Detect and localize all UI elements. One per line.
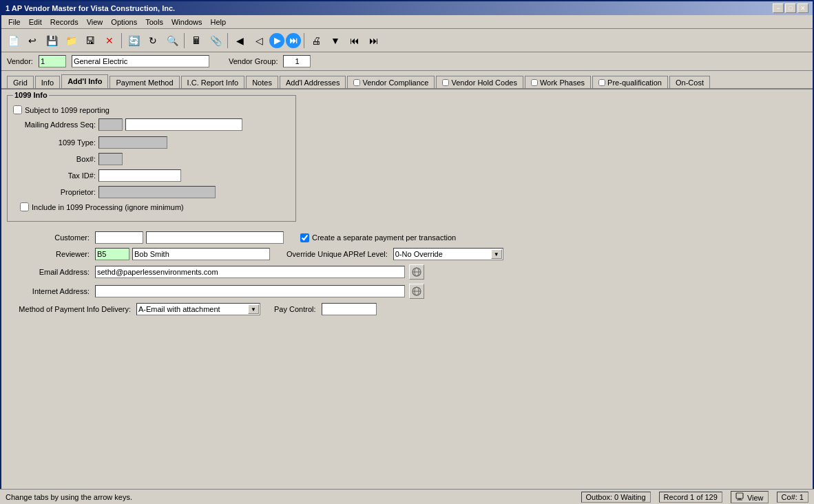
tab-ic-report[interactable]: I.C. Report Info [181, 76, 245, 89]
minimize-button[interactable]: − [773, 3, 784, 13]
customer-label: Customer: [7, 233, 90, 242]
tab-addl-info-label: Add'l Info [67, 77, 102, 85]
override-unique-select[interactable]: 0-No Override [393, 248, 503, 260]
toolbar-print[interactable]: 🖨 [307, 32, 325, 50]
payment-delivery-select[interactable]: A-Email with attachment [136, 303, 260, 315]
tax-id-label: Tax ID#: [13, 171, 96, 180]
status-view: View [731, 491, 769, 503]
menu-file[interactable]: File [4, 17, 25, 28]
toolbar-next[interactable]: ▶ [269, 33, 284, 48]
tab-prequalification[interactable]: Pre-qualification [592, 76, 668, 89]
customer-input2[interactable] [146, 231, 284, 244]
svg-rect-8 [737, 499, 742, 500]
toolbar-refresh[interactable]: 🔄 [125, 32, 143, 50]
tab-vendor-hold-codes-label: Vendor Hold Codes [451, 78, 516, 87]
toolbar-last[interactable]: ⏭ [286, 33, 301, 48]
tab-work-phases[interactable]: Work Phases [525, 76, 591, 89]
status-record: Record 1 of 129 [659, 492, 722, 503]
menu-options[interactable]: Options [107, 17, 141, 28]
title-bar: 1 AP Vendor Master for Vista Constructio… [1, 1, 813, 15]
email-browse-button[interactable] [409, 264, 424, 280]
override-unique-wrapper: 0-No Override ▼ [393, 248, 503, 260]
menu-view[interactable]: View [83, 17, 107, 28]
menu-windows[interactable]: Windows [167, 17, 207, 28]
tab-vendor-compliance[interactable]: Vendor Compliance [347, 76, 435, 89]
toolbar-new[interactable]: 📄 [4, 32, 22, 50]
customer-input1[interactable] [95, 231, 143, 244]
vendor-label: Vendor: [7, 57, 33, 65]
toolbar-print-dropdown[interactable]: ▼ [326, 32, 344, 50]
toolbar-refresh2[interactable]: ↻ [144, 32, 162, 50]
mailing-seq-input2[interactable] [125, 118, 242, 131]
tab-vendor-hold-codes[interactable]: Vendor Hold Codes [436, 76, 523, 89]
toolbar-end[interactable]: ⏭ [365, 32, 383, 50]
vendor-id-input[interactable] [39, 55, 66, 67]
type-1099-input[interactable] [98, 136, 167, 149]
pay-control-label: Pay Control: [274, 305, 316, 313]
toolbar-save2[interactable]: 🖫 [81, 32, 99, 50]
tab-grid-label: Grid [13, 78, 28, 87]
reviewer-input2[interactable] [132, 248, 270, 260]
proprietor-input[interactable] [98, 186, 216, 198]
toolbar-first[interactable]: ⏮ [346, 32, 364, 50]
internet-browse-button[interactable] [409, 284, 424, 299]
menu-records[interactable]: Records [46, 17, 83, 28]
internet-input[interactable] [95, 285, 405, 297]
group-1099-info: 1099 Info Subject to 1099 reporting Mail… [7, 95, 296, 222]
maximize-button[interactable]: □ [785, 3, 796, 13]
tab-payment-method[interactable]: Payment Method [109, 76, 179, 89]
title-bar-buttons: − □ ✕ [773, 3, 808, 13]
subject-1099-checkbox[interactable] [13, 105, 22, 114]
reviewer-label: Reviewer: [7, 250, 90, 258]
group-1099-title: 1099 Info [13, 91, 49, 99]
toolbar-attach[interactable]: 📎 [207, 32, 225, 50]
toolbar-back[interactable]: ◀ [231, 32, 249, 50]
include-1099-checkbox[interactable] [20, 202, 29, 211]
create-separate-payment-checkbox[interactable] [300, 233, 309, 242]
override-unique-label: Override Unique APRef Level: [286, 250, 388, 258]
proprietor-label: Proprietor: [13, 188, 96, 196]
toolbar-calc[interactable]: 🖩 [187, 32, 205, 50]
tab-on-cost[interactable]: On-Cost [669, 76, 710, 89]
tab-addl-info[interactable]: Add'l Info [61, 74, 108, 89]
include-1099-row: Include in 1099 Processing (ignore minim… [13, 202, 290, 211]
menu-help[interactable]: Help [207, 17, 231, 28]
tab-work-phases-checkbox[interactable] [531, 79, 538, 86]
reviewer-input1[interactable] [95, 248, 129, 260]
main-content: 1099 Info Subject to 1099 reporting Mail… [1, 90, 813, 503]
svg-rect-7 [738, 498, 741, 500]
toolbar-undo[interactable]: ↩ [23, 32, 41, 50]
tab-info[interactable]: Info [35, 76, 60, 89]
tab-addl-addresses[interactable]: Add'l Addresses [280, 76, 346, 89]
tax-id-input[interactable] [98, 169, 181, 182]
subject-1099-label: Subject to 1099 reporting [13, 105, 109, 114]
tab-notes[interactable]: Notes [246, 76, 278, 89]
svg-rect-6 [736, 493, 743, 498]
menu-tools[interactable]: Tools [141, 17, 167, 28]
email-input[interactable] [95, 266, 405, 278]
tab-vendor-compliance-checkbox[interactable] [353, 79, 360, 86]
close-button[interactable]: ✕ [797, 3, 808, 13]
toolbar-save[interactable]: 💾 [43, 32, 61, 50]
vendor-group-input[interactable] [283, 55, 311, 67]
internet-row: Internet Address: [7, 284, 807, 299]
mailing-seq-input1[interactable] [98, 118, 123, 131]
vendor-name-input[interactable] [72, 55, 209, 67]
tab-grid[interactable]: Grid [7, 76, 34, 89]
menu-edit[interactable]: Edit [25, 17, 46, 28]
toolbar-prev[interactable]: ◁ [250, 32, 268, 50]
toolbar-delete[interactable]: ✕ [101, 32, 118, 50]
box-input[interactable] [98, 153, 123, 165]
toolbar-search[interactable]: 🔍 [163, 32, 181, 50]
include-1099-label: Include in 1099 Processing (ignore minim… [20, 202, 184, 211]
internet-icon [412, 286, 421, 296]
payment-delivery-dropdown-arrow[interactable]: ▼ [248, 304, 259, 314]
tab-vendor-hold-codes-checkbox[interactable] [442, 79, 449, 86]
pay-control-input[interactable] [322, 303, 377, 315]
override-unique-dropdown-arrow[interactable]: ▼ [491, 249, 502, 259]
toolbar-folder[interactable]: 📁 [62, 32, 80, 50]
status-bar: Change tabs by using the arrow keys. Out… [0, 489, 814, 504]
box-row: Box#: [13, 153, 290, 165]
tab-prequalification-checkbox[interactable] [598, 79, 605, 86]
create-payment-wrapper: Create a separate payment per transactio… [300, 233, 456, 242]
